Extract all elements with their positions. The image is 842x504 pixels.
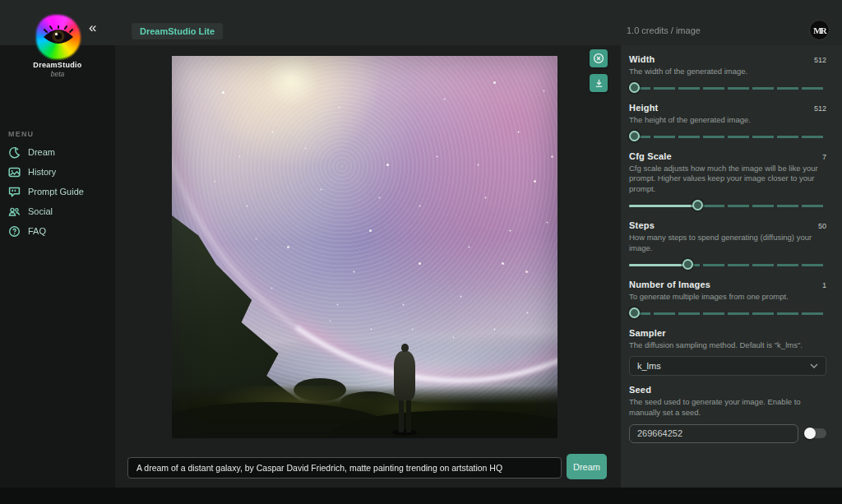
brand-tagline: beta xyxy=(0,70,115,78)
steps-slider[interactable] xyxy=(629,259,826,270)
setting-label: Seed xyxy=(629,385,651,395)
height-slider[interactable] xyxy=(629,131,826,142)
setting-description: How many steps to spend generating (diff… xyxy=(629,233,826,254)
canvas-area: Dream xyxy=(115,45,621,488)
slider-handle[interactable] xyxy=(682,259,693,270)
setting-number-of-images: Number of Images 1 To generate multiple … xyxy=(629,280,826,319)
setting-width: Width 512 The width of the generated ima… xyxy=(629,54,826,94)
cfg-scale-slider[interactable] xyxy=(629,200,826,211)
dream-button[interactable]: Dream xyxy=(567,454,607,479)
image-icon xyxy=(8,166,21,178)
question-circle-icon xyxy=(8,225,21,238)
number-of-images-slider[interactable] xyxy=(629,307,826,319)
setting-value: 50 xyxy=(818,222,826,230)
slider-handle[interactable] xyxy=(629,82,640,93)
slider-handle[interactable] xyxy=(692,200,703,210)
setting-label: Steps xyxy=(629,220,655,230)
app-mode-badge: DreamStudio Lite xyxy=(132,23,223,39)
setting-value: 1 xyxy=(822,281,826,289)
setting-description: The diffusion sampling method. Default i… xyxy=(629,340,826,351)
setting-cfg-scale: Cfg Scale 7 Cfg scale adjusts how much t… xyxy=(629,151,826,211)
moon-stars-icon xyxy=(8,146,21,159)
image-actions xyxy=(590,49,608,99)
setting-value: 7 xyxy=(822,153,826,161)
slider-handle[interactable] xyxy=(629,131,640,141)
setting-value: 512 xyxy=(814,56,826,64)
sidebar-item-label: FAQ xyxy=(28,226,46,236)
logo-eye-icon xyxy=(42,25,75,49)
settings-panel: Width 512 The width of the generated ima… xyxy=(621,45,842,488)
seed-input[interactable] xyxy=(629,424,798,443)
slider-handle[interactable] xyxy=(629,307,640,318)
menu: Dream History Prompt Guide Social xyxy=(0,142,115,241)
sampler-select[interactable]: k_lms xyxy=(629,356,826,376)
prompt-bar: Dream xyxy=(115,454,621,488)
download-icon xyxy=(594,78,604,89)
vignette xyxy=(172,56,557,438)
delete-image-button[interactable] xyxy=(590,49,608,67)
setting-steps: Steps 50 How many steps to spend generat… xyxy=(629,220,826,270)
dreamstudio-app: « DreamStudio Lite 1.0 credits / image M… xyxy=(0,0,842,504)
setting-label: Sampler xyxy=(629,328,666,338)
setting-value: 512 xyxy=(814,104,826,113)
sidebar: MENU Dream History Prompt Guide xyxy=(0,45,115,488)
download-image-button[interactable] xyxy=(590,74,608,92)
sidebar-item-dream[interactable]: Dream xyxy=(0,142,115,162)
sidebar-item-label: History xyxy=(28,167,56,177)
setting-label: Number of Images xyxy=(629,280,710,289)
sidebar-item-label: Social xyxy=(28,206,53,216)
sidebar-collapse-icon[interactable]: « xyxy=(89,20,95,36)
setting-height: Height 512 The height of the generated i… xyxy=(629,103,826,142)
setting-description: The width of the generated image. xyxy=(629,67,826,77)
setting-label: Cfg Scale xyxy=(629,151,672,161)
setting-description: To generate multiple images from one pro… xyxy=(629,292,826,303)
sidebar-item-prompt-guide[interactable]: Prompt Guide xyxy=(0,182,115,201)
people-icon xyxy=(8,206,21,218)
chat-quote-icon xyxy=(8,186,21,198)
setting-description: Cfg scale adjusts how much the image wil… xyxy=(629,164,826,195)
sidebar-item-history[interactable]: History xyxy=(0,162,115,182)
toggle-knob xyxy=(804,428,816,439)
menu-section-label: MENU xyxy=(8,130,34,138)
dreamstudio-logo[interactable] xyxy=(36,15,81,59)
close-circle-icon xyxy=(593,53,604,64)
sidebar-item-faq[interactable]: FAQ xyxy=(0,221,115,241)
header-bar: « DreamStudio Lite 1.0 credits / image M… xyxy=(0,0,842,45)
setting-label: Width xyxy=(629,54,655,64)
brand-name: DreamStudio xyxy=(0,61,115,69)
chevron-down-icon xyxy=(810,363,818,368)
credits-per-image: 1.0 credits / image xyxy=(627,25,701,35)
user-avatar[interactable]: MR xyxy=(809,20,830,40)
sampler-selected-value: k_lms xyxy=(637,361,661,371)
width-slider[interactable] xyxy=(629,82,826,94)
seed-toggle[interactable] xyxy=(805,428,826,438)
setting-description: The height of the generated image. xyxy=(629,115,826,126)
footer-strip xyxy=(0,488,842,504)
generated-image xyxy=(172,56,557,438)
setting-description: The seed used to generate your image. En… xyxy=(629,397,826,418)
sidebar-item-social[interactable]: Social xyxy=(0,201,115,221)
sidebar-item-label: Dream xyxy=(28,147,55,157)
setting-sampler: Sampler The diffusion sampling method. D… xyxy=(629,328,826,377)
prompt-input[interactable] xyxy=(127,457,562,479)
sidebar-item-label: Prompt Guide xyxy=(28,187,84,197)
setting-seed: Seed The seed used to generate your imag… xyxy=(629,385,826,443)
setting-label: Height xyxy=(629,103,658,113)
